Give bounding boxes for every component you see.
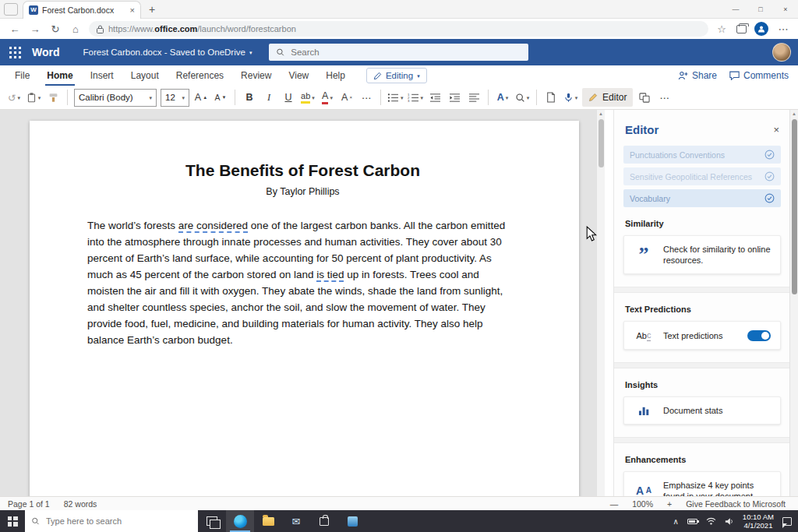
maximize-button[interactable]: □ bbox=[748, 0, 773, 18]
editor-check-item[interactable]: Punctuations Conventions bbox=[623, 146, 781, 164]
taskbar-search-box[interactable] bbox=[25, 510, 198, 532]
styles-button[interactable]: A ▾ bbox=[495, 88, 510, 107]
editor-check-item[interactable]: Vocabulary bbox=[623, 189, 781, 207]
paragraph-options-button[interactable] bbox=[466, 88, 482, 107]
paste-button[interactable]: ▾ bbox=[26, 88, 41, 107]
find-button[interactable]: ▾ bbox=[514, 88, 530, 107]
browser-tab[interactable]: W Forest Carbon.docx × bbox=[23, 1, 141, 19]
action-center-icon[interactable] bbox=[782, 517, 792, 526]
italic-button[interactable]: I bbox=[261, 88, 277, 107]
document-page[interactable]: The Benefits of Forest Carbon By Taylor … bbox=[30, 121, 579, 496]
font-size-select[interactable]: 12 ▾ bbox=[161, 89, 189, 107]
similarity-card[interactable]: ” Check for similarity to online resourc… bbox=[623, 235, 781, 274]
mail-button[interactable]: ✉ bbox=[282, 510, 310, 532]
app-launcher-icon[interactable] bbox=[9, 46, 21, 58]
font-overflow-button[interactable]: ⋯ bbox=[358, 88, 374, 107]
tab-review[interactable]: Review bbox=[232, 65, 280, 86]
text-predictions-card[interactable]: Abc Text predictions bbox=[623, 321, 781, 350]
browser-menu-icon[interactable]: ⋯ bbox=[776, 22, 790, 36]
edge-taskbar-button[interactable] bbox=[226, 510, 254, 532]
file-explorer-button[interactable] bbox=[254, 510, 282, 532]
editing-mode-button[interactable]: Editing ▾ bbox=[366, 68, 427, 83]
zoom-in-button[interactable]: + bbox=[667, 499, 672, 509]
scroll-up-icon[interactable]: ▲ bbox=[597, 111, 605, 116]
collections-icon[interactable] bbox=[736, 25, 747, 33]
store-button[interactable] bbox=[310, 510, 338, 532]
favorite-star-icon[interactable]: ☆ bbox=[715, 22, 729, 36]
close-pane-icon[interactable]: × bbox=[773, 124, 779, 136]
battery-icon[interactable] bbox=[687, 519, 697, 524]
clear-formatting-button[interactable]: A× bbox=[339, 88, 355, 107]
zoom-out-button[interactable]: — bbox=[610, 499, 619, 509]
minimize-button[interactable]: — bbox=[723, 0, 748, 18]
bullets-button[interactable]: ▾ bbox=[387, 88, 404, 107]
font-color-button[interactable]: A ▾ bbox=[320, 88, 335, 107]
increase-indent-button[interactable] bbox=[447, 88, 462, 107]
bold-button[interactable]: B bbox=[242, 88, 257, 107]
new-tab-button[interactable]: + bbox=[149, 3, 155, 16]
tab-file[interactable]: File bbox=[6, 65, 38, 86]
editor-check-item[interactable]: Sensitive Geopolitical References bbox=[623, 167, 781, 185]
scroll-up-icon[interactable]: ▲ bbox=[790, 111, 798, 116]
zoom-level[interactable]: 100% bbox=[632, 499, 653, 509]
chevron-down-icon: ▾ bbox=[312, 95, 315, 100]
document-status[interactable]: Forest Carbon.docx - Saved to OneDrive ▾ bbox=[83, 48, 252, 57]
taskbar-clock[interactable]: 10:10 AM 4/1/2021 bbox=[743, 513, 774, 530]
pinned-app-button[interactable] bbox=[338, 510, 366, 532]
word-count[interactable]: 82 words bbox=[64, 499, 97, 509]
comments-button[interactable]: Comments bbox=[729, 70, 789, 81]
close-button[interactable]: × bbox=[773, 0, 798, 18]
tab-view[interactable]: View bbox=[280, 65, 317, 86]
numbering-button[interactable]: 1 2 3 ▾ bbox=[408, 88, 424, 107]
office-search-box[interactable] bbox=[269, 44, 528, 61]
wifi-icon[interactable] bbox=[706, 517, 716, 525]
shrink-font-button[interactable]: A▼ bbox=[213, 88, 228, 107]
tab-close-icon[interactable]: × bbox=[130, 5, 135, 15]
document-stats-card[interactable]: Document stats bbox=[623, 396, 781, 425]
tab-actions-icon[interactable] bbox=[4, 3, 18, 16]
taskbar-search-input[interactable] bbox=[46, 516, 192, 526]
home-icon[interactable]: ⌂ bbox=[69, 22, 83, 36]
grow-font-button[interactable]: A▲ bbox=[193, 88, 209, 107]
tray-chevron-icon[interactable]: ∧ bbox=[673, 517, 679, 526]
font-name-select[interactable]: Calibri (Body) ▾ bbox=[74, 89, 157, 107]
browser-profile-avatar[interactable] bbox=[754, 22, 768, 36]
forward-icon[interactable]: → bbox=[28, 22, 42, 36]
tab-insert[interactable]: Insert bbox=[82, 65, 122, 86]
app-name[interactable]: Word bbox=[32, 46, 60, 58]
highlight-button[interactable]: ab ▾ bbox=[300, 88, 316, 107]
tab-help[interactable]: Help bbox=[317, 65, 354, 86]
pane-scrollbar[interactable]: ▲ bbox=[789, 110, 798, 496]
url-field[interactable]: https://www.office.com/launch/word/fores… bbox=[89, 21, 708, 37]
account-avatar[interactable] bbox=[772, 43, 791, 62]
document-scrollbar-thumb[interactable] bbox=[598, 119, 604, 167]
pane-scrollbar-thumb[interactable] bbox=[792, 119, 797, 294]
chevron-down-icon: ▾ bbox=[575, 95, 578, 100]
back-icon[interactable]: ← bbox=[8, 22, 22, 36]
volume-icon[interactable] bbox=[725, 517, 734, 526]
toolbar-overflow-button[interactable]: ⋯ bbox=[656, 88, 672, 107]
tab-home[interactable]: Home bbox=[38, 65, 81, 86]
editor-suggestion[interactable]: are considered bbox=[178, 220, 248, 233]
task-view-button[interactable] bbox=[198, 510, 226, 532]
underline-button[interactable]: U bbox=[281, 88, 296, 107]
start-button[interactable] bbox=[0, 510, 25, 532]
tab-layout[interactable]: Layout bbox=[122, 65, 168, 86]
page-indicator[interactable]: Page 1 of 1 bbox=[8, 499, 50, 509]
undo-button[interactable]: ↺▾ bbox=[6, 88, 22, 107]
text-predictions-toggle[interactable] bbox=[747, 330, 771, 341]
decrease-indent-button[interactable] bbox=[427, 88, 443, 107]
dictate-button[interactable]: ▾ bbox=[563, 88, 578, 107]
office-search-input[interactable] bbox=[291, 48, 521, 57]
enhancements-card[interactable]: A A Emphasize 4 key points found in your… bbox=[623, 471, 781, 496]
feedback-link[interactable]: Give Feedback to Microsoft bbox=[686, 499, 786, 509]
refresh-icon[interactable]: ↻ bbox=[48, 22, 62, 36]
translate-button[interactable] bbox=[637, 88, 652, 107]
document-scrollbar[interactable]: ▲ bbox=[596, 110, 605, 496]
format-painter-button[interactable] bbox=[45, 88, 61, 107]
share-button[interactable]: Share bbox=[678, 70, 717, 81]
tab-references[interactable]: References bbox=[168, 65, 232, 86]
editor-suggestion[interactable]: is tied bbox=[316, 269, 344, 282]
editor-pane-button[interactable]: Editor bbox=[582, 88, 633, 107]
reading-view-button[interactable] bbox=[543, 88, 559, 107]
